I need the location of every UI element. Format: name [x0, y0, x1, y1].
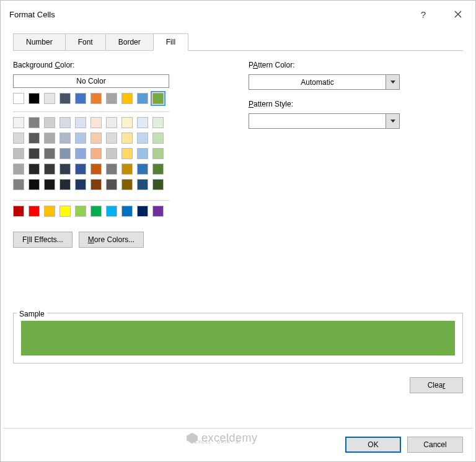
ok-button[interactable]: OK	[345, 437, 401, 453]
color-swatch[interactable]	[29, 206, 40, 217]
color-swatch[interactable]	[121, 148, 133, 159]
color-swatch[interactable]	[137, 117, 148, 128]
color-swatch[interactable]	[13, 148, 24, 159]
color-swatch[interactable]	[152, 206, 164, 217]
color-swatch[interactable]	[121, 133, 133, 144]
color-swatch[interactable]	[75, 93, 86, 104]
color-swatch[interactable]	[106, 206, 117, 217]
color-swatch[interactable]	[75, 148, 86, 159]
color-swatch[interactable]	[44, 93, 55, 104]
pattern-color-dropdown[interactable]: Automatic	[249, 74, 400, 90]
color-swatch[interactable]	[137, 93, 148, 104]
color-swatch[interactable]	[44, 179, 55, 190]
tab-fill[interactable]: Fill	[153, 33, 188, 51]
pattern-style-label: Pattern Style:	[249, 100, 457, 108]
color-swatch[interactable]	[44, 163, 55, 175]
sample-fill	[21, 321, 455, 355]
chevron-down-icon	[390, 81, 395, 84]
color-swatch[interactable]	[29, 163, 40, 175]
color-swatch[interactable]	[44, 133, 55, 144]
color-swatch[interactable]	[60, 148, 71, 159]
color-swatch[interactable]	[75, 163, 86, 175]
color-swatch[interactable]	[13, 163, 24, 175]
color-swatch[interactable]	[44, 117, 55, 128]
color-swatch[interactable]	[152, 163, 164, 175]
more-colors-button[interactable]: More Colors...	[79, 232, 144, 248]
color-swatch[interactable]	[60, 93, 71, 104]
color-swatch[interactable]	[152, 179, 164, 190]
color-swatch[interactable]	[106, 179, 117, 190]
color-swatch[interactable]	[106, 163, 117, 175]
color-swatch[interactable]	[44, 206, 55, 217]
help-icon[interactable]: ?	[413, 6, 433, 23]
color-swatch[interactable]	[13, 206, 24, 217]
theme-colors-grid	[13, 117, 199, 190]
color-swatch[interactable]	[90, 179, 102, 190]
color-swatch[interactable]	[29, 148, 40, 159]
color-swatch[interactable]	[121, 117, 133, 128]
fill-effects-button[interactable]: FIll Effects...	[13, 232, 73, 248]
pattern-color-label: PAttern Color:	[249, 61, 457, 69]
tab-font[interactable]: Font	[65, 33, 106, 51]
color-swatch[interactable]	[13, 93, 24, 104]
color-swatch[interactable]	[75, 117, 86, 128]
color-swatch[interactable]	[137, 133, 148, 144]
color-swatch[interactable]	[137, 148, 148, 159]
color-swatch[interactable]	[137, 206, 148, 217]
color-swatch[interactable]	[60, 117, 71, 128]
dialog-footer: OK Cancel	[345, 437, 463, 453]
color-swatch[interactable]	[60, 133, 71, 144]
color-swatch[interactable]	[152, 117, 164, 128]
standard-colors-row	[13, 206, 199, 217]
color-swatch[interactable]	[90, 133, 102, 144]
color-swatch[interactable]	[106, 148, 117, 159]
color-swatch[interactable]	[90, 163, 102, 175]
color-swatch[interactable]	[29, 133, 40, 144]
color-swatch[interactable]	[29, 117, 40, 128]
pattern-style-dropdown[interactable]	[249, 113, 400, 129]
color-swatch[interactable]	[29, 93, 40, 104]
color-swatch[interactable]	[90, 148, 102, 159]
color-swatch[interactable]	[75, 206, 86, 217]
color-swatch[interactable]	[75, 133, 86, 144]
pattern-color-dropdown-button[interactable]	[386, 75, 399, 89]
clear-button[interactable]: Clear	[410, 377, 463, 393]
titlebar: Format Cells ?	[1, 1, 475, 28]
color-swatch[interactable]	[60, 179, 71, 190]
color-swatch[interactable]	[121, 163, 133, 175]
color-swatch[interactable]	[106, 117, 117, 128]
color-swatch[interactable]	[90, 206, 102, 217]
tabstrip: Number Font Border Fill	[13, 33, 475, 50]
tab-border[interactable]: Border	[105, 33, 154, 51]
cancel-button[interactable]: Cancel	[407, 437, 463, 453]
color-swatch[interactable]	[106, 93, 117, 104]
color-swatch[interactable]	[121, 93, 133, 104]
color-swatch[interactable]	[60, 206, 71, 217]
pattern-style-dropdown-button[interactable]	[386, 114, 399, 128]
color-swatch[interactable]	[121, 179, 133, 190]
color-swatch[interactable]	[152, 93, 164, 104]
color-swatch[interactable]	[137, 163, 148, 175]
color-swatch[interactable]	[75, 179, 86, 190]
palette-divider	[13, 111, 169, 112]
window-controls: ?	[413, 6, 468, 23]
tab-number[interactable]: Number	[13, 33, 66, 51]
color-swatch[interactable]	[152, 148, 164, 159]
color-swatch[interactable]	[90, 117, 102, 128]
color-swatch[interactable]	[60, 163, 71, 175]
color-swatch[interactable]	[106, 133, 117, 144]
color-swatch[interactable]	[13, 179, 24, 190]
color-swatch[interactable]	[121, 206, 133, 217]
no-color-button[interactable]: No Color	[13, 74, 169, 88]
color-swatch[interactable]	[90, 93, 102, 104]
color-swatch[interactable]	[13, 133, 24, 144]
color-swatch[interactable]	[152, 133, 164, 144]
sample-group: Sample	[13, 304, 463, 364]
color-swatch[interactable]	[29, 179, 40, 190]
color-swatch[interactable]	[13, 117, 24, 128]
color-swatch[interactable]	[44, 148, 55, 159]
color-swatch[interactable]	[137, 179, 148, 190]
chevron-down-icon	[390, 120, 395, 123]
palette-divider-2	[13, 200, 169, 201]
close-icon[interactable]	[448, 6, 468, 23]
